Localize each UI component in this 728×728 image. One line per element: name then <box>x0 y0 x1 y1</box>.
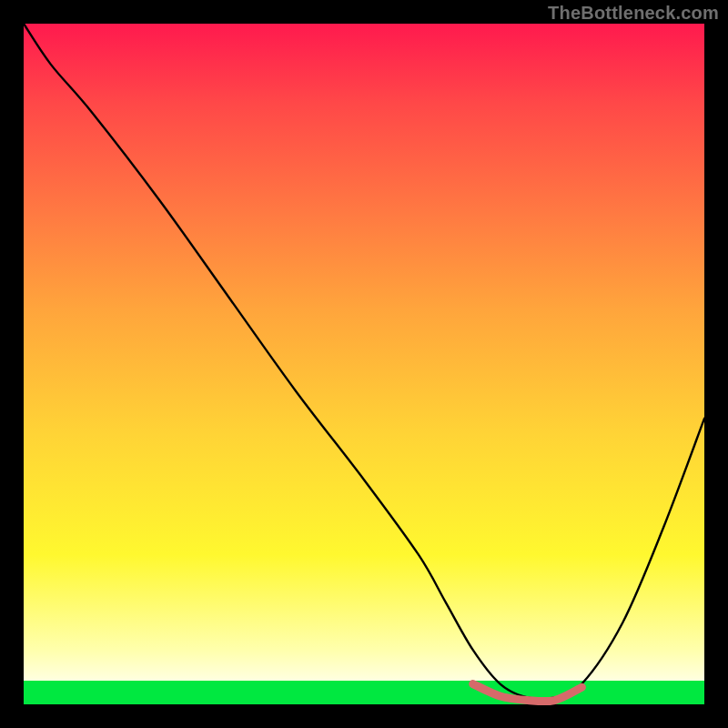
chart-frame <box>24 24 704 704</box>
watermark-text: TheBottleneck.com <box>548 3 719 24</box>
chart-optimal-marker <box>473 684 582 702</box>
chart-curve-main <box>24 24 704 699</box>
chart-svg <box>24 24 704 704</box>
